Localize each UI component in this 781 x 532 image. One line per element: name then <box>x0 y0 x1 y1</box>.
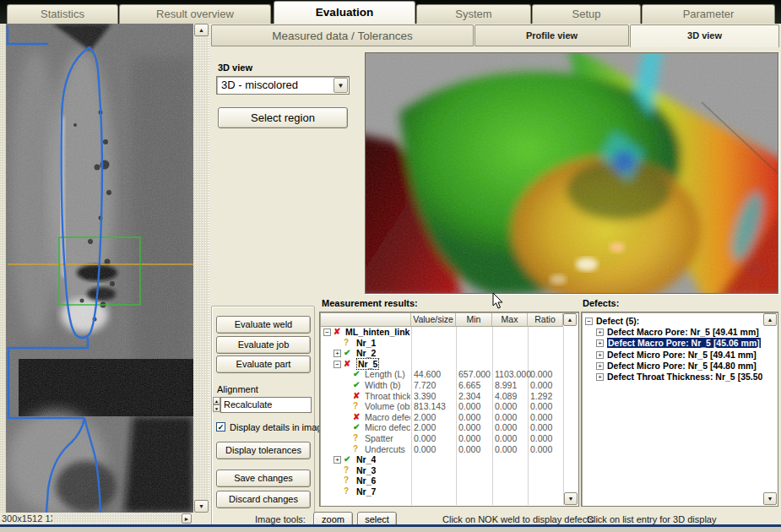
expand-icon[interactable]: + <box>596 328 604 336</box>
cell-value: 0.000 <box>458 433 480 443</box>
scroll-up-button[interactable]: ▲ <box>563 313 577 326</box>
defect-row[interactable]: +Defect Micro Pore: Nr_5 [44.80 mm] <box>584 361 762 372</box>
expand-icon[interactable]: + <box>596 362 604 370</box>
measurement-row[interactable]: ✔Length (L)44.600657.0001103.0000.000 <box>321 369 564 380</box>
alignment-value-field[interactable]: Recalculate <box>220 397 312 413</box>
defect-row[interactable]: +Defect Macro Pore: Nr_5 [45.06 mm] <box>584 338 762 349</box>
header-value-size[interactable]: Value/size <box>411 313 456 327</box>
row-label[interactable]: Spatter <box>365 433 393 443</box>
spin-down-icon[interactable]: ▼ <box>213 404 220 412</box>
evaluate-job-button[interactable]: Evaluate job <box>216 336 311 354</box>
measurement-row[interactable]: ?Spatter0.0000.0000.0000.000 <box>321 433 564 444</box>
question-status-icon: ? <box>353 433 358 442</box>
defect-row[interactable]: +Defect Macro Pore: Nr_5 [49.41 mm] <box>584 327 762 338</box>
row-label[interactable]: Nr_1 <box>356 338 376 348</box>
defect-row[interactable]: +Defect Micro Pore: Nr_5 [49.41 mm] <box>584 350 762 361</box>
measurement-row[interactable]: ?Nr_1 <box>321 338 564 349</box>
weld-image[interactable] <box>6 24 193 513</box>
defect-label[interactable]: Defect Throat Thickness: Nr_5 [35.50 mm] <box>607 372 762 382</box>
image-vertical-scrollbar[interactable] <box>194 24 209 513</box>
measurement-row[interactable]: −✘ML_hinten_links <box>321 327 564 338</box>
measurement-row[interactable]: ✔Width (b)7.7206.6658.9910.000 <box>321 380 564 391</box>
weld-image-panel: ▲ ▼ <box>0 24 209 513</box>
defect-label[interactable]: Defect Macro Pore: Nr_5 [45.06 mm] <box>607 338 761 348</box>
scroll-down-button[interactable]: ▼ <box>763 492 777 505</box>
cell-value: 0.000 <box>458 444 480 454</box>
scroll-down-button[interactable]: ▼ <box>194 500 209 513</box>
row-label[interactable]: Macro defects (Por <box>365 412 410 422</box>
spin-up-icon[interactable]: ▲ <box>213 397 220 404</box>
select-region-button[interactable]: Select region <box>218 107 348 128</box>
defect-label[interactable]: Defect (5): <box>596 316 639 326</box>
tab-result-overview[interactable]: Result overview <box>119 4 271 24</box>
cell-value: 0.000 <box>530 401 552 411</box>
3d-render-panel[interactable] <box>365 52 778 294</box>
measurement-row[interactable]: −✘Nr_5 <box>321 359 564 370</box>
row-label[interactable]: Micro defects (Pore <box>365 422 410 432</box>
evaluate-weld-button[interactable]: Evaluate weld <box>216 316 311 334</box>
measurement-row[interactable]: +✔Nr_4 <box>321 454 564 465</box>
image-horizontal-scrollbar[interactable] <box>52 513 182 524</box>
tab-evaluation[interactable]: Evaluation <box>274 1 415 24</box>
nok-weld-hint: Click on NOK weld to display defects <box>442 514 594 524</box>
measurement-row[interactable]: ✘Throat thickness (s3.3902.3044.0891.292 <box>321 391 564 402</box>
tab-measured-data-tolerances[interactable]: Measured data / Tolerances <box>211 24 474 46</box>
expand-icon[interactable]: + <box>596 373 604 381</box>
measurement-row[interactable]: ?Undercuts0.0000.0000.0000.000 <box>321 444 564 455</box>
cell-value: 2.000 <box>414 422 436 432</box>
alignment-spinner[interactable]: ▲ ▼ Recalculate <box>213 397 312 413</box>
3d-mode-dropdown[interactable]: 3D - miscolored ▼ <box>216 76 350 95</box>
display-details-checkbox[interactable]: ✓ <box>216 422 225 432</box>
cell-value: 8.991 <box>495 380 517 390</box>
row-label[interactable]: Width (b) <box>365 380 401 390</box>
row-label[interactable]: Volume (obsolete) <box>365 401 410 411</box>
header-min[interactable]: Min <box>456 313 492 327</box>
tab-profile-view[interactable]: Profile view <box>475 24 629 46</box>
cross-status-icon: ✘ <box>334 327 340 336</box>
header-max[interactable]: Max <box>492 313 528 327</box>
scroll-down-button[interactable]: ▼ <box>564 492 578 505</box>
save-changes-button[interactable]: Save changes <box>216 470 311 487</box>
defect-label[interactable]: Defect Micro Pore: Nr_5 [49.41 mm] <box>607 350 757 360</box>
measurement-row[interactable]: ?Nr_3 <box>321 465 564 476</box>
tab-setup[interactable]: Setup <box>532 4 641 24</box>
measurement-row[interactable]: ?Volume (obsolete)813.1430.0000.0000.000 <box>321 401 564 412</box>
expand-icon[interactable]: + <box>596 351 604 359</box>
row-label[interactable]: Nr_6 <box>356 475 376 486</box>
row-label[interactable]: Throat thickness (s <box>365 391 410 401</box>
expand-icon[interactable]: + <box>334 456 341 464</box>
defect-label[interactable]: Defect Micro Pore: Nr_5 [44.80 mm] <box>607 361 757 371</box>
row-label[interactable]: Nr_5 <box>356 358 379 370</box>
chevron-down-icon[interactable]: ▼ <box>334 78 348 93</box>
row-label[interactable]: Nr_7 <box>356 486 376 497</box>
measurement-row[interactable]: ?Nr_7 <box>321 486 564 497</box>
collapse-icon[interactable]: − <box>323 328 331 336</box>
measurement-row[interactable]: ✘Macro defects (Por2.0000.0000.0000.000 <box>321 412 564 423</box>
tab-statistics[interactable]: Statistics <box>7 4 118 24</box>
row-label[interactable]: Nr_2 <box>356 348 376 358</box>
expand-icon[interactable]: + <box>596 339 604 347</box>
tab-3d-view[interactable]: 3D view <box>630 24 779 47</box>
collapse-icon[interactable]: − <box>334 361 341 368</box>
measurement-row[interactable]: ✔Micro defects (Pore2.0000.0000.0000.000 <box>321 422 564 433</box>
tab-system[interactable]: System <box>416 4 531 24</box>
defect-label[interactable]: Defect Macro Pore: Nr_5 [49.41 mm] <box>607 327 759 337</box>
scroll-up-button[interactable]: ▲ <box>763 313 777 326</box>
evaluate-part-button[interactable]: Evaluate part <box>216 356 311 373</box>
header-ratio[interactable]: Ratio <box>528 313 563 327</box>
scroll-up-button[interactable]: ▲ <box>194 24 209 36</box>
discard-changes-button[interactable]: Discard changes <box>216 491 311 508</box>
row-label[interactable]: Undercuts <box>365 444 405 454</box>
row-label[interactable]: Length (L) <box>365 369 405 379</box>
collapse-icon[interactable]: − <box>585 318 593 325</box>
row-label[interactable]: Nr_3 <box>356 465 376 475</box>
scroll-right-button[interactable]: ► <box>182 513 192 524</box>
measurement-row[interactable]: ?Nr_6 <box>321 475 564 486</box>
row-label[interactable]: Nr_4 <box>356 454 376 464</box>
defect-row[interactable]: +Defect Throat Thickness: Nr_5 [35.50 mm… <box>584 372 762 383</box>
tab-parameter[interactable]: Parameter <box>642 4 775 24</box>
defect-row[interactable]: −Defect (5): <box>584 316 762 327</box>
display-tolerances-button[interactable]: Display tolerances <box>216 442 311 459</box>
expand-icon[interactable]: + <box>334 350 341 357</box>
row-label[interactable]: ML_hinten_links <box>345 327 410 337</box>
